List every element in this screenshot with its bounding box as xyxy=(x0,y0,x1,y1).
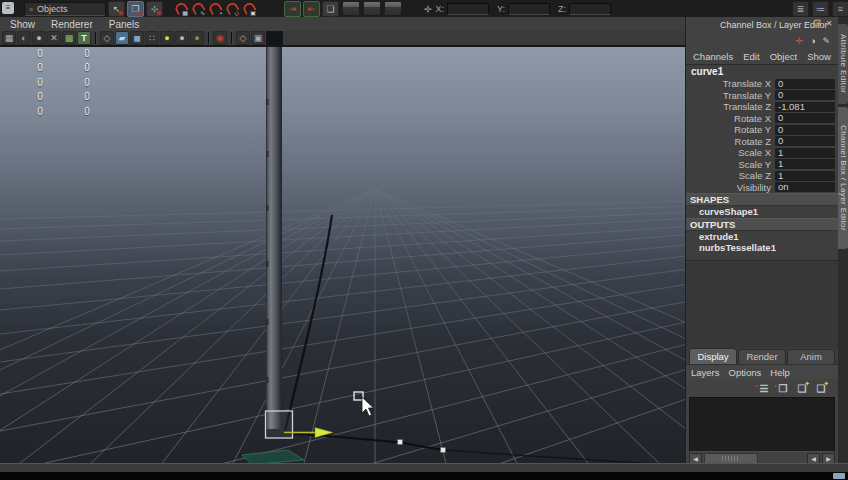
mouse-cursor xyxy=(354,392,374,416)
y-input[interactable] xyxy=(508,3,550,15)
flat-shade-icon[interactable]: ▰ xyxy=(115,31,129,45)
checker-texture-icon[interactable]: ▩ xyxy=(62,31,76,45)
output-node-item[interactable]: nurbsTessellate1 xyxy=(686,242,838,254)
taskbar-icon[interactable] xyxy=(833,473,845,479)
shaded-sphere-icon[interactable]: ◐ xyxy=(17,31,31,45)
all-lights-icon[interactable]: ● xyxy=(175,31,189,45)
camera-frame-icon[interactable]: ▣ xyxy=(251,31,265,45)
menu-show[interactable]: Show xyxy=(807,51,831,62)
selection-highlight-box[interactable] xyxy=(266,411,293,438)
menu-panels[interactable]: Panels xyxy=(109,19,140,30)
viewport-3d[interactable]: 0 0 0 0 0 0 0 0 0 0 xyxy=(0,46,685,463)
menu-renderer[interactable]: Renderer xyxy=(51,19,93,30)
viewport-canvas[interactable] xyxy=(0,47,685,463)
textured-view-icon[interactable]: T xyxy=(77,31,91,45)
channel-label[interactable]: Scale Y xyxy=(686,159,775,170)
selection-mode-dropdown[interactable]: ≡ Objects xyxy=(24,2,106,16)
layer-editor-tabs: Display Render Anim xyxy=(686,348,838,364)
menu-layers[interactable]: Layers xyxy=(691,367,720,378)
view-grid-icon[interactable]: ▦ xyxy=(2,31,16,45)
points-mode-icon[interactable]: ∷ xyxy=(145,31,159,45)
toggle-tool-settings-icon[interactable]: ≔ xyxy=(812,1,829,17)
menu-options[interactable]: Options xyxy=(729,367,762,378)
channel-value-field[interactable]: 0 xyxy=(775,136,835,146)
snap-to-plane-icon[interactable]: ◇ xyxy=(223,1,240,16)
toggle-attribute-editor-icon[interactable]: ≡ xyxy=(832,1,848,17)
menu-edit[interactable]: Edit xyxy=(743,51,759,62)
new-layer-from-selected-icon[interactable]: ❏✦ xyxy=(814,382,828,395)
menu-show[interactable]: Show xyxy=(10,19,35,30)
speed-control-icon[interactable]: ◑ xyxy=(810,36,815,46)
layer-stack-icon[interactable]: ❐• xyxy=(776,382,790,395)
curve-cv-handle[interactable] xyxy=(398,440,403,445)
selected-surface-patch[interactable] xyxy=(242,450,304,463)
channel-value-field[interactable]: 0 xyxy=(775,125,835,135)
channel-label[interactable]: Translate Z xyxy=(686,101,775,112)
object-name[interactable]: curve1 xyxy=(686,65,838,78)
tab-channel-box-layer-editor[interactable]: Channel Box / Layer Editor xyxy=(838,107,848,249)
snap-to-curve-icon[interactable]: ∿ xyxy=(189,1,206,16)
channel-value-field[interactable]: 0 xyxy=(775,90,835,100)
make-live-icon[interactable]: ▣ xyxy=(240,1,257,16)
channel-label[interactable]: Scale X xyxy=(686,147,775,158)
default-material-icon[interactable]: ● xyxy=(32,31,46,45)
dock-panel-icon[interactable]: ❐ xyxy=(812,19,822,28)
hud-value: 0 xyxy=(80,91,94,103)
channel-label[interactable]: Scale Z xyxy=(686,170,775,181)
channel-label[interactable]: Rotate Z xyxy=(686,136,775,147)
menu-object[interactable]: Object xyxy=(770,51,797,62)
xray-mode-icon[interactable]: ◇ xyxy=(236,31,250,45)
menu-help[interactable]: Help xyxy=(770,367,790,378)
tab-anim[interactable]: Anim xyxy=(787,349,835,364)
new-empty-layer-icon[interactable]: ❏✦ xyxy=(795,382,809,395)
channel-value-field[interactable]: 0 xyxy=(775,79,835,89)
snap-to-grid-icon[interactable]: ▦ xyxy=(172,1,189,16)
output-node-item[interactable]: extrude1 xyxy=(686,231,838,243)
hyperbolic-pen-icon[interactable]: ✎ xyxy=(822,36,830,46)
shape-node-item[interactable]: curveShape1 xyxy=(686,206,838,218)
show-outputs-icon[interactable]: ⇤ xyxy=(303,1,320,17)
show-inputs-icon[interactable]: ⇥ xyxy=(284,1,301,17)
layer-stack-icon[interactable]: ☰• xyxy=(757,382,771,395)
channel-value-field[interactable]: 0 xyxy=(775,113,835,123)
select-object-icon[interactable]: ❐ xyxy=(127,1,144,17)
isolate-select-icon[interactable]: ◉ xyxy=(213,31,227,45)
select-hierarchy-icon[interactable]: ↖ xyxy=(108,1,125,17)
ipr-render-icon[interactable] xyxy=(363,1,381,16)
channel-row: Scale X1 xyxy=(686,147,838,159)
no-lights-icon[interactable]: ● xyxy=(190,31,204,45)
channel-label[interactable]: Translate X xyxy=(686,78,775,89)
channel-value-field[interactable]: 1 xyxy=(775,148,835,158)
layer-list[interactable] xyxy=(689,397,835,452)
snap-to-point-icon[interactable]: • xyxy=(206,1,223,16)
channel-label[interactable]: Translate Y xyxy=(686,90,775,101)
wireframe-mode-icon[interactable]: ◇ xyxy=(100,31,114,45)
construction-history-icon[interactable]: ❏ xyxy=(322,1,339,17)
manip-axis-icon[interactable]: ✛ xyxy=(795,36,803,46)
channel-label[interactable]: Rotate Y xyxy=(686,124,775,135)
channel-value-field[interactable]: 1 xyxy=(775,171,835,181)
select-component-icon[interactable]: ⊹ xyxy=(146,1,163,17)
z-input[interactable] xyxy=(569,3,611,15)
ground-curve-far[interactable] xyxy=(443,450,685,463)
channel-value-field[interactable]: -1.081 xyxy=(775,102,835,112)
smooth-shade-icon[interactable]: ◼ xyxy=(130,31,144,45)
tab-display[interactable]: Display xyxy=(689,348,737,364)
channel-label[interactable]: Visibility xyxy=(686,182,775,193)
no-texture-icon[interactable]: ✕ xyxy=(47,31,61,45)
x-input[interactable] xyxy=(447,3,489,15)
render-settings-icon[interactable] xyxy=(384,1,402,16)
window-menu-icon[interactable]: ≡ xyxy=(2,2,14,14)
transform-entry-icon[interactable]: ⊹ xyxy=(424,4,432,14)
curve-cv-handle[interactable] xyxy=(441,448,446,453)
menu-channels[interactable]: Channels xyxy=(693,51,733,62)
channel-label[interactable]: Rotate X xyxy=(686,113,775,124)
toggle-channel-box-icon[interactable]: ≣ xyxy=(792,1,809,17)
channel-value-field[interactable]: on xyxy=(775,182,835,192)
render-current-frame-icon[interactable] xyxy=(342,1,360,16)
tab-render[interactable]: Render xyxy=(738,349,786,364)
default-light-icon[interactable]: ● xyxy=(160,31,174,45)
tab-attribute-editor[interactable]: Attribute Editor xyxy=(838,24,848,104)
channel-value-field[interactable]: 1 xyxy=(775,159,835,169)
close-panel-icon[interactable]: ✕ xyxy=(824,19,834,28)
